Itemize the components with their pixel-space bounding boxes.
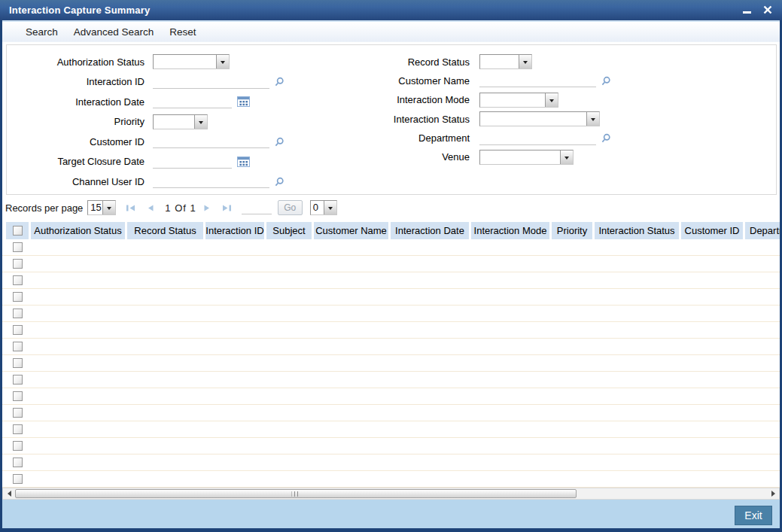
interaction-status-select[interactable] xyxy=(479,111,600,126)
row-select-checkbox[interactable] xyxy=(13,375,23,385)
form-row: Target Closure Date xyxy=(2,154,285,170)
close-button[interactable] xyxy=(761,4,774,16)
row-select-checkbox[interactable] xyxy=(13,242,23,252)
interaction-mode-label: Interaction Mode xyxy=(325,94,479,105)
form-row: Interaction Date xyxy=(2,93,285,110)
calendar-icon xyxy=(237,96,250,107)
row-select-checkbox[interactable] xyxy=(13,408,23,418)
records-per-page-label: Records per page xyxy=(5,202,83,214)
channel-user-id-lookup-button[interactable] xyxy=(275,177,285,187)
scroll-right-button[interactable] xyxy=(768,489,779,498)
table-body xyxy=(2,239,780,488)
row-select-checkbox[interactable] xyxy=(13,309,23,318)
dropdown-arrow-icon[interactable] xyxy=(194,115,207,129)
department-lookup-button[interactable] xyxy=(601,133,611,143)
row-select-checkbox[interactable] xyxy=(13,424,23,434)
window-frame-bottom xyxy=(0,528,782,532)
priority-label: Priority xyxy=(2,116,153,127)
column-header-record-status: Record Status xyxy=(127,222,203,239)
dropdown-arrow-icon[interactable] xyxy=(545,93,558,107)
row-select-checkbox[interactable] xyxy=(13,325,23,335)
table-row xyxy=(2,256,780,272)
header-checkbox-cell xyxy=(6,222,29,239)
table-row xyxy=(2,339,780,355)
scrollbar-thumb[interactable] xyxy=(15,489,577,498)
next-page-button[interactable] xyxy=(203,204,211,212)
dropdown-arrow-icon[interactable] xyxy=(519,55,531,68)
last-page-icon xyxy=(222,204,232,212)
interaction-id-lookup-button[interactable] xyxy=(275,77,285,87)
row-select-checkbox[interactable] xyxy=(13,292,23,302)
target-closure-date-input[interactable] xyxy=(153,155,232,169)
form-row: Interaction Mode xyxy=(325,92,611,108)
previous-page-button[interactable] xyxy=(147,204,154,212)
authorization-status-select[interactable] xyxy=(153,54,230,69)
interaction-date-input[interactable] xyxy=(153,95,232,108)
customer-name-input[interactable] xyxy=(479,74,596,87)
scroll-right-icon xyxy=(771,491,778,497)
table-row xyxy=(2,454,780,471)
minimize-button[interactable] xyxy=(740,4,753,16)
table-row xyxy=(2,322,780,339)
toolbar-item-advanced-search[interactable]: Advanced Search xyxy=(74,26,154,38)
table-row xyxy=(2,471,780,488)
lock-columns-select[interactable]: 0 xyxy=(310,200,337,215)
department-input[interactable] xyxy=(479,132,596,145)
row-select-checkbox[interactable] xyxy=(13,474,23,484)
window-frame-left xyxy=(0,20,2,532)
column-header-interaction-date: Interaction Date xyxy=(391,222,469,239)
combo-value xyxy=(480,112,586,126)
search-form-left-column: Authorization Status Interaction ID Inte… xyxy=(2,53,285,193)
record-status-select[interactable] xyxy=(479,54,532,69)
column-header-interaction-id: Interaction ID xyxy=(205,222,264,239)
table-row xyxy=(2,372,780,388)
interaction-mode-select[interactable] xyxy=(479,93,558,108)
form-row: Customer ID xyxy=(2,133,285,150)
combo-value: 0 xyxy=(311,201,324,214)
search-form-right-column: Record Status Customer Name Interaction … xyxy=(325,53,611,168)
dropdown-arrow-icon[interactable] xyxy=(102,201,115,214)
dropdown-arrow-icon[interactable] xyxy=(216,55,229,68)
customer-name-label: Customer Name xyxy=(325,75,479,87)
toolbar-item-search[interactable]: Search xyxy=(26,26,58,38)
go-button[interactable]: Go xyxy=(278,200,303,215)
row-select-checkbox[interactable] xyxy=(13,391,23,401)
customer-name-lookup-button[interactable] xyxy=(601,76,611,86)
venue-select[interactable] xyxy=(479,150,574,165)
interaction-date-picker-button[interactable] xyxy=(237,96,250,107)
first-page-button[interactable] xyxy=(126,204,135,212)
row-select-checkbox[interactable] xyxy=(13,275,23,285)
customer-id-input[interactable] xyxy=(153,135,269,148)
form-row: Customer Name xyxy=(325,72,611,89)
row-select-checkbox[interactable] xyxy=(13,342,23,351)
customer-id-label: Customer ID xyxy=(2,136,153,147)
last-page-button[interactable] xyxy=(222,204,232,212)
row-select-checkbox[interactable] xyxy=(13,458,23,467)
record-status-label: Record Status xyxy=(325,56,479,68)
channel-user-id-input[interactable] xyxy=(153,175,269,188)
dropdown-arrow-icon[interactable] xyxy=(586,112,599,126)
horizontal-scrollbar[interactable] xyxy=(2,488,780,500)
target-closure-date-picker-button[interactable] xyxy=(237,157,250,167)
scrollbar-grip-icon xyxy=(292,491,300,497)
customer-id-lookup-button[interactable] xyxy=(275,137,285,147)
footer-bar: Exit xyxy=(2,500,780,528)
page-jump-input[interactable] xyxy=(242,201,272,214)
row-select-checkbox[interactable] xyxy=(13,358,23,368)
interaction-capture-summary-window: Interaction Capture Summary Search Advan… xyxy=(0,0,782,532)
prev-page-icon xyxy=(147,204,154,212)
scroll-left-button[interactable] xyxy=(3,489,14,498)
dropdown-arrow-icon[interactable] xyxy=(324,201,336,214)
select-all-checkbox[interactable] xyxy=(13,226,23,236)
interaction-id-input[interactable] xyxy=(153,75,269,89)
table-row xyxy=(2,421,780,438)
toolbar-item-reset[interactable]: Reset xyxy=(169,26,196,38)
form-row: Department xyxy=(325,130,611,147)
records-per-page-select[interactable]: 15 xyxy=(87,200,116,215)
dropdown-arrow-icon[interactable] xyxy=(560,150,573,164)
lookup-icon xyxy=(601,133,611,143)
row-select-checkbox[interactable] xyxy=(13,259,23,269)
exit-button[interactable]: Exit xyxy=(735,506,772,525)
row-select-checkbox[interactable] xyxy=(13,441,23,451)
priority-select[interactable] xyxy=(153,114,208,129)
